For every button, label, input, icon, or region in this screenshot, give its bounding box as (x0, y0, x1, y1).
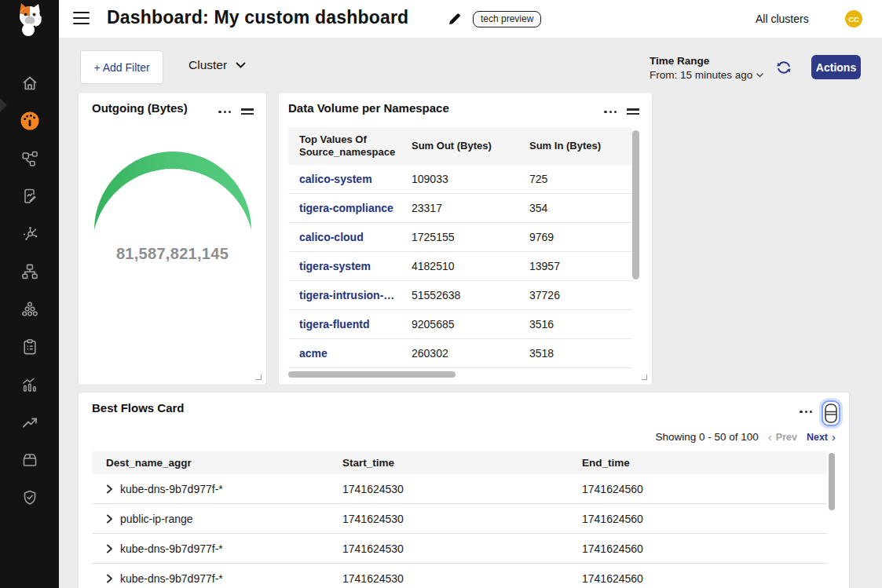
add-filter-button[interactable]: + Add Filter (80, 50, 163, 84)
time-range-label: Time Range (650, 55, 763, 67)
sidebar-item-service-graph[interactable] (0, 140, 59, 177)
expand-row-chevron-icon[interactable] (106, 514, 113, 524)
dashboard-icon (20, 111, 40, 131)
namespace-link[interactable]: tigera-system (299, 260, 371, 272)
calico-logo[interactable] (0, 0, 59, 38)
scrollbar-thumb[interactable] (288, 371, 456, 378)
table-row: acme 260302 3518 (288, 339, 632, 368)
expand-row-chevron-icon[interactable] (106, 574, 113, 583)
card-drag-handle-icon[interactable] (627, 104, 639, 119)
namespace-link[interactable]: tigera-compliance (299, 202, 393, 214)
column-header: Dest_name_aggr (92, 451, 328, 474)
next-button[interactable]: Next› (807, 431, 836, 443)
sidebar-item-network-graph[interactable] (0, 215, 59, 253)
sidebar-fold-marker (0, 98, 7, 112)
card-resize-handle[interactable] (642, 374, 647, 380)
tech-preview-badge: tech preview (473, 11, 541, 27)
expand-row-chevron-icon[interactable] (106, 484, 113, 494)
sidebar-item-reports[interactable] (0, 177, 59, 215)
sidebar-item-packages[interactable] (0, 441, 59, 479)
page-title: Dashboard: My custom dashboard (107, 7, 408, 28)
scrollbar-thumb[interactable] (829, 453, 835, 510)
namespace-link[interactable]: tigera-fluentd (299, 318, 369, 331)
card-title: Outgoing (Bytes) (92, 101, 188, 115)
reports-icon (20, 187, 39, 206)
column-header: Sum In (Bytes) (518, 127, 632, 165)
table-row: calico-system 109033 725 (288, 165, 632, 194)
sidebar-item-trending[interactable] (0, 404, 59, 441)
table-row: tigera-system 4182510 13957 (288, 252, 632, 281)
refresh-icon[interactable] (775, 59, 792, 76)
gauge-arc (79, 136, 267, 234)
scrollbar-thumb[interactable] (632, 130, 639, 279)
hamburger-menu-icon[interactable] (73, 12, 90, 25)
card-menu-icon[interactable] (604, 108, 617, 115)
cluster-dropdown-label: Cluster (188, 58, 227, 72)
sidebar-nav (0, 38, 59, 588)
chevron-down-icon (236, 62, 246, 68)
vertical-scrollbar (632, 129, 639, 364)
table-row: tigera-intrusion-d… 51552638 37726 (288, 281, 632, 310)
expand-row-chevron-icon[interactable] (106, 544, 113, 553)
sidebar-item-home[interactable] (0, 64, 59, 102)
table-row: kube-dns-9b7d977f-* 1741624530 174162456… (92, 564, 827, 588)
card-drag-handle-icon[interactable] (241, 104, 254, 119)
sidebar-item-cluster[interactable] (0, 290, 59, 328)
prev-button[interactable]: ‹Prev (768, 431, 797, 443)
sidebar-item-compliance[interactable] (0, 328, 59, 366)
cluster-dropdown[interactable]: Cluster (188, 58, 246, 72)
calico-cat-logo-icon (15, 2, 45, 36)
app-root: Dashboard: My custom dashboard tech prev… (0, 0, 882, 588)
data-volume-card: Data Volume per Namespace Top Values Of … (279, 93, 652, 385)
top-bar: Dashboard: My custom dashboard tech prev… (0, 0, 882, 38)
namespace-table: Top Values Of Source_namespace Sum Out (… (288, 127, 632, 368)
user-avatar[interactable]: CC (845, 10, 862, 27)
gauge-value: 81,587,821,145 (79, 245, 266, 263)
sidebar-item-analytics[interactable] (0, 366, 59, 404)
namespace-link[interactable]: acme (299, 347, 328, 360)
table-row: kube-dns-9b7d977f-* 1741624530 174162456… (92, 474, 827, 504)
chevron-left-icon: ‹ (768, 431, 772, 443)
service-graph-icon (20, 149, 39, 168)
sidebar-item-security[interactable] (0, 479, 59, 517)
actions-button[interactable]: Actions (811, 55, 861, 79)
namespace-link[interactable]: calico-system (299, 173, 372, 185)
all-clusters-selector[interactable]: All clusters (756, 13, 809, 25)
namespace-table-header: Top Values Of Source_namespace Sum Out (… (288, 127, 632, 165)
drag-handle-icon (825, 404, 837, 423)
card-title: Best Flows Card (92, 401, 185, 415)
best-flows-card: Best Flows Card Showing 0 - 50 of 100 ‹P… (79, 393, 849, 588)
packages-icon (20, 451, 39, 469)
home-icon (20, 74, 39, 93)
trending-icon (20, 413, 39, 432)
time-range-value[interactable]: From: 15 minutes ago (650, 69, 763, 81)
cluster-icon (20, 300, 39, 319)
column-header: Start_time (328, 451, 568, 474)
security-shield-icon (20, 488, 39, 507)
table-row: tigera-fluentd 9205685 3516 (288, 310, 632, 339)
card-resize-handle[interactable] (256, 374, 262, 380)
vertical-scrollbar (829, 453, 835, 586)
namespace-link[interactable]: tigera-intrusion-d… (299, 289, 398, 301)
column-header: Sum Out (Bytes) (401, 127, 518, 165)
card-drag-handle-focused[interactable] (822, 400, 840, 426)
flows-table-header: Dest_name_aggr Start_time End_time (92, 451, 827, 474)
sidebar-item-dashboard[interactable] (0, 102, 59, 140)
chevron-down-icon (756, 73, 763, 78)
column-header: Top Values Of Source_namespace (288, 127, 401, 165)
horizontal-scrollbar (288, 371, 632, 378)
chevron-right-icon: › (832, 431, 836, 443)
edit-pencil-icon[interactable] (447, 11, 463, 27)
table-row: kube-dns-9b7d977f-* 1741624530 174162456… (92, 534, 827, 564)
namespace-link[interactable]: calico-cloud (299, 231, 364, 243)
column-header: End_time (568, 451, 827, 474)
table-row: public-ip-range 1741624530 1741624560 (92, 504, 827, 534)
table-row: tigera-compliance 23317 354 (288, 194, 632, 223)
time-range-control: Time Range From: 15 minutes ago (650, 55, 763, 81)
showing-count: Showing 0 - 50 of 100 (655, 431, 758, 443)
card-menu-icon[interactable] (800, 408, 812, 415)
outgoing-bytes-card: Outgoing (Bytes) 81,587,821,145 (79, 93, 266, 385)
sidebar-item-sitemap[interactable] (0, 253, 59, 290)
network-graph-icon (20, 225, 39, 243)
card-menu-icon[interactable] (218, 108, 231, 115)
